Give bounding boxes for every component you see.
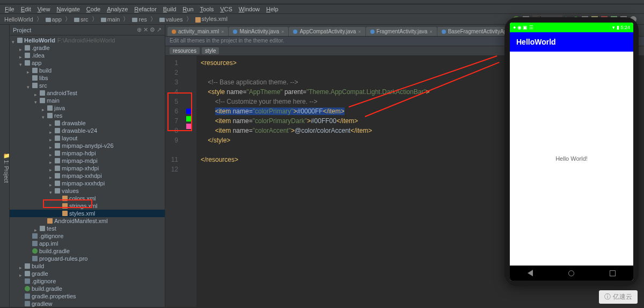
menu-tools[interactable]: Tools [197, 5, 217, 13]
tree-build[interactable]: build [10, 67, 165, 74]
swatch-primary[interactable] [186, 109, 192, 114]
nav-home-icon[interactable] [568, 270, 574, 276]
device-preview: ● ◉ ▣ ☰ ▾ ▮ 5:24 HelloWorld Hello World! [504, 17, 639, 286]
breadcrumb-item[interactable]: main [100, 16, 121, 23]
breadcrumb-item[interactable]: res [131, 16, 148, 23]
breadcrumb-item[interactable]: styles.xml [194, 16, 229, 22]
tree-mipmap-xxhdpi[interactable]: mipmap-xxhdpi [10, 172, 165, 180]
status-icons-left: ● ◉ ▣ ☰ [513, 25, 533, 30]
tree-build-gradle[interactable]: build.gradle [10, 285, 165, 292]
tree-colors-xml[interactable]: colors.xml [10, 195, 165, 202]
nav-recent-icon[interactable] [610, 270, 616, 276]
tree-values[interactable]: values [10, 187, 165, 195]
line-numbers: 1234567891112 [165, 56, 181, 307]
tree-app-iml[interactable]: app.iml [10, 240, 165, 247]
color-gutter [181, 56, 196, 307]
tree-main[interactable]: main [10, 97, 165, 104]
tree-mipmap-anydpi-v26[interactable]: mipmap-anydpi-v26 [10, 142, 165, 149]
project-panel: Project ⊕ ✕ ⚙ ↗ HelloWorldF:\Android\Hel… [10, 25, 165, 307]
breadcrumb-item[interactable]: HelloWorld [3, 16, 34, 23]
tree-styles-xml[interactable]: styles.xml [10, 210, 165, 217]
tree-build-gradle[interactable]: build.gradle [10, 247, 165, 255]
nav-bar [510, 266, 633, 281]
tab-FragmentActivity-java[interactable]: FragmentActivity.java× [366, 27, 437, 36]
breadcrumb-item[interactable]: src [73, 16, 90, 23]
tree-drawable-v24[interactable]: drawable-v24 [10, 127, 165, 134]
swatch-accent[interactable] [186, 124, 192, 129]
menu-edit[interactable]: Edit [18, 5, 34, 13]
tree-java[interactable]: java [10, 104, 165, 112]
tree-res[interactable]: res [10, 112, 165, 119]
menu-analyze[interactable]: Analyze [104, 5, 130, 13]
menu-code[interactable]: Code [84, 5, 103, 13]
tree-drawable[interactable]: drawable [10, 119, 165, 127]
tree-mipmap-hdpi[interactable]: mipmap-hdpi [10, 149, 165, 157]
nav-back-icon[interactable] [528, 270, 533, 276]
tree-layout[interactable]: layout [10, 134, 165, 142]
tree--gitignore[interactable]: .gitignore [10, 277, 165, 285]
tree-libs[interactable]: libs [10, 74, 165, 82]
menu-file[interactable]: File [2, 5, 17, 13]
menu-view[interactable]: View [35, 5, 53, 13]
menu-run[interactable]: Run [180, 5, 196, 13]
tree-src[interactable]: src [10, 82, 165, 89]
tree-root[interactable]: HelloWorldF:\Android\HelloWorld [10, 37, 165, 44]
tree-gradle[interactable]: gradle [10, 270, 165, 277]
status-bar: ● ◉ ▣ ☰ ▾ ▮ 5:24 [510, 23, 633, 32]
tree--idea[interactable]: .idea [10, 52, 165, 59]
tree-app[interactable]: app [10, 59, 165, 67]
menubar[interactable]: FileEditViewNavigateCodeAnalyzeRefactorB… [0, 4, 644, 14]
tab-MainActivity-java[interactable]: MainActivity.java× [229, 27, 288, 36]
tree--gradle[interactable]: .gradle [10, 44, 165, 52]
tab-activity_main-xml[interactable]: activity_main.xml× [167, 27, 228, 36]
menu-window[interactable]: Window [236, 5, 262, 13]
tree-mipmap-xhdpi[interactable]: mipmap-xhdpi [10, 164, 165, 172]
watermark: ⓘ 亿速云 [599, 290, 638, 304]
crumb-style[interactable]: style [202, 47, 219, 54]
tree-gradlew[interactable]: gradlew [10, 300, 165, 307]
tree-AndroidManifest-xml[interactable]: AndroidManifest.xml [10, 217, 165, 225]
tree-mipmap-xxxhdpi[interactable]: mipmap-xxxhdpi [10, 180, 165, 187]
menu-build[interactable]: Build [160, 5, 179, 13]
crumb-resources[interactable]: resources [170, 47, 200, 54]
menu-refactor[interactable]: Refactor [131, 5, 159, 13]
app-bar: HelloWorld [510, 32, 633, 52]
tree-mipmap-mdpi[interactable]: mipmap-mdpi [10, 157, 165, 164]
menu-help[interactable]: Help [264, 5, 281, 13]
tree-test[interactable]: test [10, 225, 165, 232]
tree--gitignore[interactable]: .gitignore [10, 232, 165, 240]
breadcrumb-item[interactable]: app [45, 16, 63, 23]
tree-gradle-properties[interactable]: gradle.properties [10, 292, 165, 300]
menu-navigate[interactable]: Navigate [54, 5, 82, 13]
tree-androidTest[interactable]: androidTest [10, 89, 165, 97]
tab-AppCompatActivity-java[interactable]: AppCompatActivity.java× [289, 27, 365, 36]
status-time: ▾ ▮ 5:24 [612, 25, 630, 30]
project-header[interactable]: Project ⊕ ✕ ⚙ ↗ [10, 25, 165, 35]
tree-proguard-rules-pro[interactable]: proguard-rules.pro [10, 255, 165, 262]
swatch-primary-dark[interactable] [186, 116, 192, 121]
menu-vcs[interactable]: VCS [217, 5, 235, 13]
tree-build[interactable]: build [10, 262, 165, 270]
project-tool-tab[interactable]: 📁 1: Project [0, 25, 10, 307]
app-body: Hello World! [510, 52, 633, 266]
tree-strings-xml[interactable]: strings.xml [10, 202, 165, 210]
breadcrumb-item[interactable]: values [158, 16, 184, 23]
